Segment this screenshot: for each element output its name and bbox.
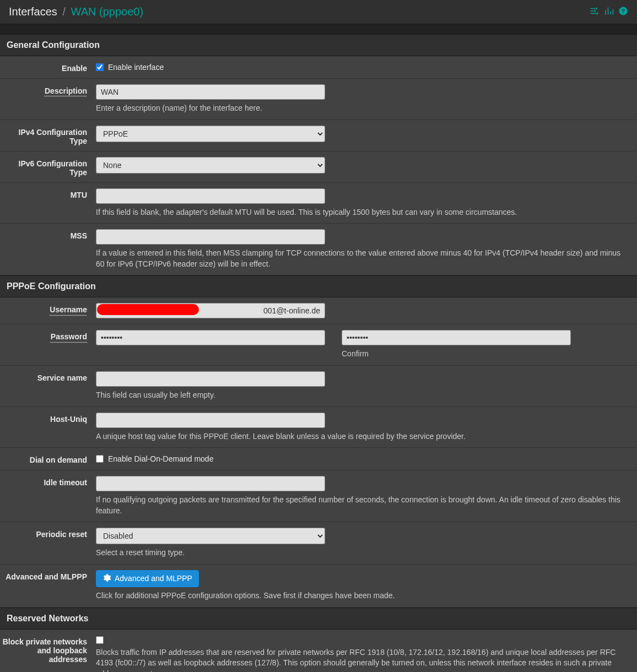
mss-input[interactable] xyxy=(96,229,325,245)
breadcrumb-separator: / xyxy=(62,6,66,18)
label-password: Password xyxy=(2,330,96,341)
description-input[interactable] xyxy=(96,84,325,100)
blockpriv-checkbox-wrap[interactable] xyxy=(96,635,628,644)
advanced-mlppp-button-label: Advanced and MLPPP xyxy=(115,574,192,583)
hostuniq-input[interactable] xyxy=(96,413,325,428)
row-periodicreset: Periodic reset Disabled Select a reset t… xyxy=(0,522,637,565)
row-mtu: MTU If this field is blank, the adapter'… xyxy=(0,183,637,224)
help-service: This field can usually be left empty. xyxy=(96,390,628,401)
help-mtu: If this field is blank, the adapter's de… xyxy=(96,207,628,218)
label-ipv4type: IPv4 Configuration Type xyxy=(2,126,96,145)
chart-icon[interactable] xyxy=(604,6,614,18)
advanced-mlppp-button[interactable]: Advanced and MLPPP xyxy=(96,570,199,587)
help-blockpriv: Blocks traffic from IP addresses that ar… xyxy=(96,647,628,672)
label-idletimeout: Idle timeout xyxy=(2,476,96,487)
help-advanced: Click for additional PPPoE configuration… xyxy=(96,590,628,601)
dialondemand-checkbox-label: Enable Dial-On-Demand mode xyxy=(108,454,213,463)
breadcrumb: Interfaces / WAN (pppoe0) xyxy=(9,6,143,18)
help-hostuniq: A unique host tag value for this PPPoE c… xyxy=(96,431,628,442)
gear-icon xyxy=(102,573,111,584)
row-dialondemand: Dial on demand Enable Dial-On-Demand mod… xyxy=(0,448,637,470)
username-input[interactable] xyxy=(96,303,325,318)
dialondemand-checkbox[interactable] xyxy=(96,455,104,463)
enable-checkbox-label: Enable interface xyxy=(108,63,164,72)
page-header: Interfaces / WAN (pppoe0) ? xyxy=(0,0,637,24)
breadcrumb-current: WAN (pppoe0) xyxy=(71,6,144,18)
mtu-input[interactable] xyxy=(96,188,325,204)
section-pppoe-title: PPPoE Configuration xyxy=(0,275,637,297)
label-hostuniq: Host-Uniq xyxy=(2,413,96,424)
label-mss: MSS xyxy=(2,229,96,240)
row-service: Service name This field can usually be l… xyxy=(0,366,637,407)
ipv6type-select[interactable]: None xyxy=(96,157,325,174)
sliders-icon[interactable] xyxy=(590,6,600,18)
help-description: Enter a description (name) for the inter… xyxy=(96,103,628,114)
help-icon[interactable]: ? xyxy=(618,6,628,18)
row-password: Password Confirm xyxy=(0,324,637,366)
idletimeout-input[interactable] xyxy=(96,476,325,491)
label-dialondemand: Dial on demand xyxy=(2,453,96,464)
label-periodicreset: Periodic reset xyxy=(2,528,96,539)
enable-checkbox[interactable] xyxy=(96,63,104,71)
label-mtu: MTU xyxy=(2,188,96,199)
help-periodicreset: Select a reset timing type. xyxy=(96,548,628,559)
password-input[interactable] xyxy=(96,330,325,345)
ipv4type-select[interactable]: PPPoE xyxy=(96,126,325,142)
header-actions: ? xyxy=(590,6,628,18)
dialondemand-checkbox-wrap[interactable]: Enable Dial-On-Demand mode xyxy=(96,453,628,463)
service-input[interactable] xyxy=(96,371,325,387)
row-ipv4type: IPv4 Configuration Type PPPoE xyxy=(0,120,637,151)
row-mss: MSS If a value is entered in this field,… xyxy=(0,224,637,275)
label-service: Service name xyxy=(2,371,96,382)
row-blockpriv: Block private networks and loopback addr… xyxy=(0,630,637,672)
row-hostuniq: Host-Uniq A unique host tag value for th… xyxy=(0,407,637,448)
row-enable: Enable Enable interface xyxy=(0,56,637,79)
help-mss: If a value is entered in this field, the… xyxy=(96,248,628,269)
section-reserved-title: Reserved Networks xyxy=(0,608,637,630)
blockpriv-checkbox[interactable] xyxy=(96,636,104,644)
section-general-title: General Configuration xyxy=(0,34,637,56)
label-description: Description xyxy=(2,84,96,95)
breadcrumb-root[interactable]: Interfaces xyxy=(9,6,57,18)
label-blockpriv: Block private networks and loopback addr… xyxy=(2,635,96,664)
password-confirm-label: Confirm xyxy=(342,349,628,360)
row-description: Description Enter a description (name) f… xyxy=(0,79,637,120)
row-ipv6type: IPv6 Configuration Type None xyxy=(0,151,637,183)
password-confirm-input[interactable] xyxy=(342,330,571,345)
periodicreset-select[interactable]: Disabled xyxy=(96,528,325,544)
help-idletimeout: If no qualifying outgoing packets are tr… xyxy=(96,495,628,516)
svg-text:?: ? xyxy=(622,8,625,14)
row-username: Username xyxy=(0,297,637,324)
row-idletimeout: Idle timeout If no qualifying outgoing p… xyxy=(0,470,637,522)
label-advanced: Advanced and MLPPP xyxy=(2,570,96,581)
label-username: Username xyxy=(2,303,96,314)
label-ipv6type: IPv6 Configuration Type xyxy=(2,157,96,177)
row-advanced: Advanced and MLPPP Advanced and MLPPP Cl… xyxy=(0,565,637,608)
label-enable: Enable xyxy=(2,62,96,73)
enable-checkbox-wrap[interactable]: Enable interface xyxy=(96,62,628,72)
